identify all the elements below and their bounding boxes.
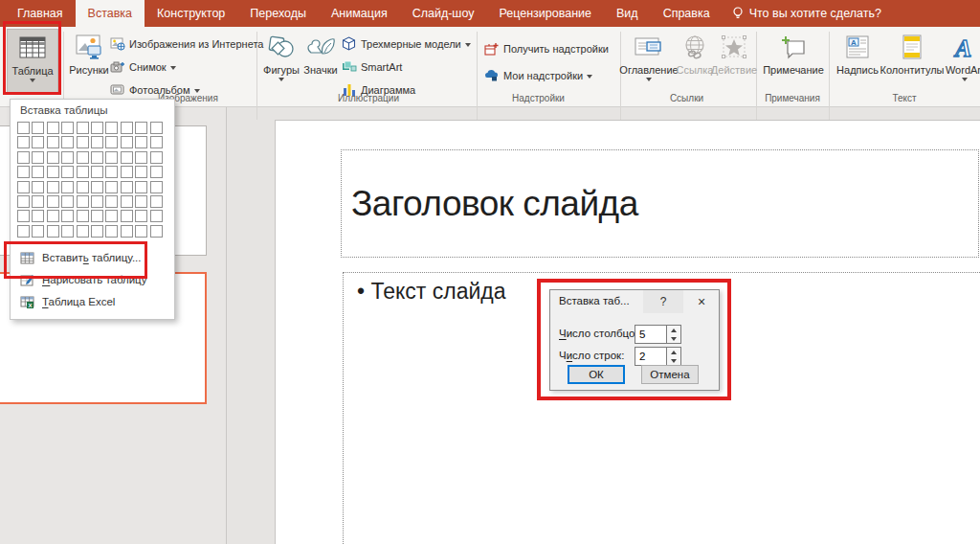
- grid-cell[interactable]: [150, 122, 163, 134]
- grid-cell[interactable]: [91, 136, 103, 148]
- grid-cell[interactable]: [61, 151, 74, 164]
- grid-cell[interactable]: [17, 181, 30, 193]
- grid-cell[interactable]: [135, 195, 147, 208]
- tab-animations[interactable]: Анимация: [319, 0, 400, 27]
- grid-cell[interactable]: [47, 136, 59, 148]
- grid-cell[interactable]: [105, 195, 118, 208]
- menu-item-insert-table[interactable]: Вставить таблицу...: [11, 247, 174, 269]
- stepper-down-icon[interactable]: [667, 334, 680, 343]
- grid-cell[interactable]: [121, 166, 133, 178]
- grid-cell[interactable]: [17, 225, 30, 238]
- grid-cell[interactable]: [77, 195, 89, 208]
- icons-button[interactable]: Значки: [301, 29, 340, 93]
- grid-cell[interactable]: [17, 195, 30, 208]
- stepper-up-icon[interactable]: [667, 326, 680, 334]
- grid-cell[interactable]: [77, 122, 89, 134]
- grid-cell[interactable]: [61, 210, 74, 222]
- grid-cell[interactable]: [150, 166, 163, 178]
- tab-insert[interactable]: Вставка: [76, 0, 145, 27]
- tab-transitions[interactable]: Переходы: [237, 0, 319, 27]
- grid-cell[interactable]: [61, 225, 74, 238]
- grid-cell[interactable]: [17, 136, 30, 148]
- toc-button[interactable]: Оглавление: [622, 29, 676, 93]
- grid-cell[interactable]: [150, 136, 163, 148]
- grid-cell[interactable]: [91, 225, 103, 238]
- grid-cell[interactable]: [91, 181, 103, 193]
- grid-cell[interactable]: [32, 225, 44, 238]
- grid-cell[interactable]: [135, 210, 147, 222]
- grid-cell[interactable]: [150, 151, 163, 164]
- grid-cell[interactable]: [47, 151, 59, 164]
- grid-cell[interactable]: [121, 122, 133, 134]
- grid-cell[interactable]: [77, 181, 89, 193]
- grid-cell[interactable]: [135, 166, 147, 178]
- tab-view[interactable]: Вид: [604, 0, 651, 27]
- grid-cell[interactable]: [77, 136, 89, 148]
- tab-help[interactable]: Справка: [651, 0, 723, 27]
- tab-review[interactable]: Рецензирование: [486, 0, 604, 27]
- grid-cell[interactable]: [105, 181, 118, 193]
- my-addins-button[interactable]: Мои надстройки: [483, 65, 592, 85]
- menu-item-excel-table[interactable]: X Таблица Excel: [11, 291, 174, 313]
- rows-stepper[interactable]: [667, 347, 681, 366]
- grid-cell[interactable]: [135, 225, 147, 238]
- grid-cell[interactable]: [32, 210, 44, 222]
- grid-cell[interactable]: [105, 136, 118, 148]
- grid-cell[interactable]: [32, 136, 44, 148]
- comment-button[interactable]: Примечание: [761, 29, 826, 93]
- dialog-titlebar[interactable]: Вставка таб... ? ×: [550, 290, 719, 313]
- dialog-close-button[interactable]: ×: [684, 290, 719, 313]
- grid-cell[interactable]: [150, 225, 163, 238]
- grid-cell[interactable]: [91, 122, 103, 134]
- grid-cell[interactable]: [77, 166, 89, 178]
- grid-cell[interactable]: [135, 151, 147, 164]
- grid-cell[interactable]: [61, 166, 74, 178]
- grid-cell[interactable]: [121, 210, 133, 222]
- grid-cell[interactable]: [32, 166, 44, 178]
- ok-button[interactable]: ОК: [568, 365, 625, 384]
- textbox-button[interactable]: A Надпись: [834, 29, 881, 93]
- grid-cell[interactable]: [17, 151, 30, 164]
- grid-cell[interactable]: [150, 210, 163, 222]
- title-placeholder[interactable]: Заголовок слайда: [341, 149, 979, 258]
- grid-cell[interactable]: [105, 151, 118, 164]
- grid-cell[interactable]: [32, 122, 44, 134]
- grid-cell[interactable]: [47, 166, 59, 178]
- table-button[interactable]: Таблица: [7, 29, 58, 93]
- grid-cell[interactable]: [17, 166, 30, 178]
- action-button[interactable]: Действие: [712, 29, 756, 93]
- grid-cell[interactable]: [47, 122, 59, 134]
- grid-cell[interactable]: [32, 181, 44, 193]
- grid-cell[interactable]: [47, 225, 59, 238]
- 3d-models-button[interactable]: Трехмерные модели: [341, 34, 471, 54]
- header-footer-button[interactable]: Колонтитулы: [881, 29, 943, 93]
- grid-cell[interactable]: [91, 166, 103, 178]
- cancel-button[interactable]: Отмена: [641, 365, 699, 384]
- grid-cell[interactable]: [17, 122, 30, 134]
- menu-item-draw-table[interactable]: Нарисовать таблицу: [11, 269, 174, 291]
- grid-cell[interactable]: [121, 225, 133, 238]
- grid-cell[interactable]: [150, 195, 163, 208]
- grid-cell[interactable]: [61, 195, 74, 208]
- grid-cell[interactable]: [77, 225, 89, 238]
- grid-cell[interactable]: [150, 181, 163, 193]
- grid-cell[interactable]: [135, 181, 147, 193]
- stepper-up-icon[interactable]: [667, 348, 680, 356]
- grid-cell[interactable]: [105, 166, 118, 178]
- smartart-button[interactable]: SmartArt: [341, 57, 402, 77]
- shapes-button[interactable]: Фигуры: [261, 29, 301, 93]
- grid-cell[interactable]: [121, 181, 133, 193]
- grid-cell[interactable]: [47, 195, 59, 208]
- columns-stepper[interactable]: [667, 325, 681, 344]
- grid-cell[interactable]: [105, 122, 118, 134]
- get-addins-button[interactable]: Получить надстройки: [483, 38, 609, 58]
- tab-design[interactable]: Конструктор: [145, 0, 237, 27]
- link-button[interactable]: Ссылка: [676, 29, 714, 93]
- grid-cell[interactable]: [91, 210, 103, 222]
- pictures-button[interactable]: Рисунки: [66, 29, 112, 93]
- grid-cell[interactable]: [121, 136, 133, 148]
- tab-home[interactable]: Главная: [5, 0, 76, 27]
- online-pictures-button[interactable]: Изображения из Интернета: [109, 34, 263, 54]
- grid-cell[interactable]: [17, 210, 30, 222]
- grid-cell[interactable]: [105, 210, 118, 222]
